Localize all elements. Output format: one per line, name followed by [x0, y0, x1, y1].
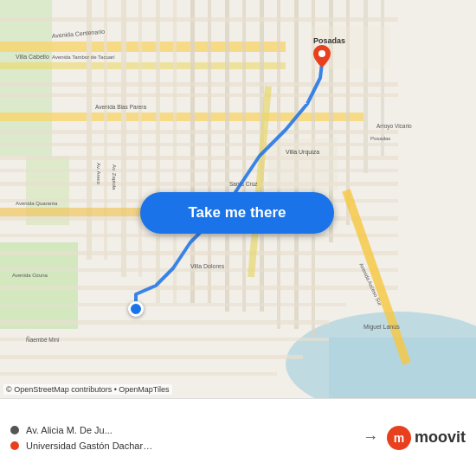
- svg-rect-15: [190, 0, 195, 303]
- svg-text:Santa Cruz: Santa Cruz: [229, 181, 258, 187]
- svg-rect-49: [268, 138, 338, 190]
- svg-text:Villa Urquiza: Villa Urquiza: [286, 149, 319, 156]
- origin-marker: [128, 301, 144, 317]
- map-area: Avenida Centenario Avenida Tambor de Tac…: [0, 0, 476, 398]
- svg-rect-37: [0, 234, 398, 237]
- svg-rect-16: [208, 0, 211, 303]
- svg-text:Posadas: Posadas: [313, 36, 345, 45]
- svg-text:Avenida Blas Parera: Avenida Blas Parera: [95, 104, 147, 110]
- dest-dot-icon: [10, 441, 19, 450]
- svg-text:Avenida Quaranta: Avenida Quaranta: [16, 201, 58, 206]
- svg-text:Villa Cabello: Villa Cabello: [16, 54, 49, 60]
- svg-text:Avenida Ozuna: Avenida Ozuna: [12, 273, 48, 278]
- footer: Av. Alicia M. De Ju... Universidad Gastó…: [0, 398, 476, 476]
- app-container: Avenida Centenario Avenida Tambor de Tac…: [0, 0, 476, 476]
- footer-dest-text: Universidad Gastón Dachary ...: [26, 441, 156, 451]
- svg-text:Villa Dolores: Villa Dolores: [190, 263, 225, 269]
- svg-rect-32: [0, 156, 398, 160]
- svg-rect-44: [0, 355, 303, 359]
- footer-origin-row: Av. Alicia M. De Ju...: [10, 425, 354, 435]
- svg-rect-28: [0, 82, 398, 87]
- svg-rect-14: [173, 0, 177, 303]
- map-attribution: © OpenStreetMap contributors • OpenMapTi…: [3, 384, 172, 395]
- svg-rect-27: [0, 17, 398, 22]
- moovit-brand: m moovit: [387, 426, 466, 450]
- svg-point-68: [318, 50, 325, 57]
- svg-rect-34: [0, 182, 398, 186]
- svg-text:Ñaembé Miní: Ñaembé Miní: [26, 336, 60, 343]
- svg-rect-13: [156, 0, 160, 303]
- destination-marker: [313, 45, 331, 68]
- svg-text:Av. Zapiola: Av. Zapiola: [112, 164, 117, 190]
- svg-rect-33: [0, 169, 398, 172]
- svg-text:Arroyo Vicario: Arroyo Vicario: [376, 123, 412, 130]
- svg-rect-40: [0, 286, 398, 290]
- footer-route: Av. Alicia M. De Ju... Universidad Gastó…: [10, 425, 354, 451]
- origin-dot-icon: [10, 426, 19, 434]
- svg-rect-42: [0, 320, 329, 325]
- svg-text:Posadas: Posadas: [370, 136, 390, 141]
- footer-moovit-logo: m moovit: [387, 426, 466, 450]
- take-me-there-button[interactable]: Take me there: [140, 192, 334, 234]
- footer-dest-row: Universidad Gastón Dachary ...: [10, 441, 354, 451]
- svg-text:Av. Areco: Av. Areco: [96, 163, 101, 185]
- svg-text:Miguel Lanús: Miguel Lanús: [363, 324, 400, 331]
- svg-rect-8: [0, 113, 363, 121]
- svg-text:Avenida Tambor de Tacuarí: Avenida Tambor de Tacuarí: [52, 55, 115, 60]
- footer-arrow-icon: →: [363, 428, 378, 447]
- svg-rect-38: [0, 251, 398, 255]
- moovit-icon: m: [387, 426, 411, 450]
- moovit-text: moovit: [415, 428, 466, 447]
- svg-rect-45: [0, 372, 277, 376]
- footer-origin-text: Av. Alicia M. De Ju...: [26, 425, 113, 435]
- svg-rect-31: [0, 143, 398, 146]
- svg-rect-41: [0, 303, 346, 306]
- svg-rect-30: [0, 130, 398, 134]
- svg-rect-29: [0, 93, 398, 97]
